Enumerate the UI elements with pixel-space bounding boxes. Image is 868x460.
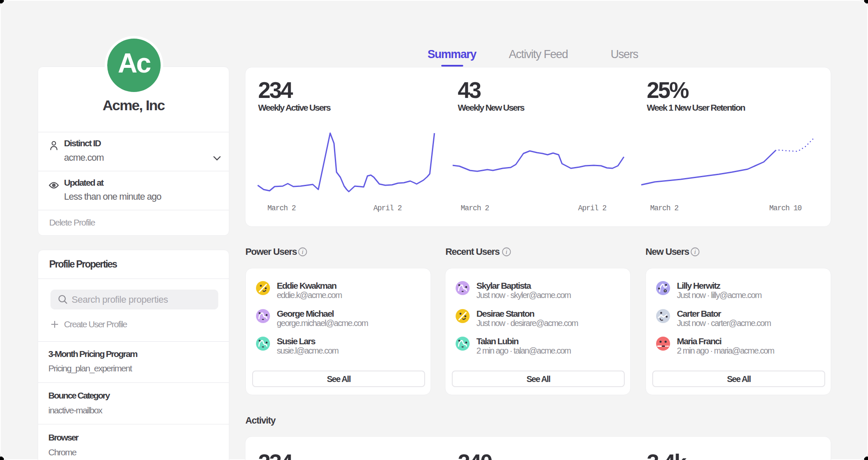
svg-text:i: i <box>302 249 303 255</box>
svg-text:i: i <box>694 249 696 255</box>
svg-text:i: i <box>506 249 507 255</box>
